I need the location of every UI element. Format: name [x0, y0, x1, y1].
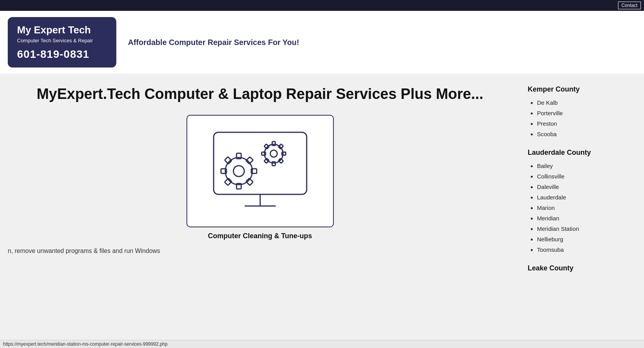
- leake-county-title: Leake County: [528, 264, 636, 272]
- svg-rect-12: [224, 157, 231, 164]
- svg-rect-19: [278, 144, 283, 149]
- svg-rect-16: [272, 162, 275, 166]
- svg-point-4: [233, 166, 244, 177]
- lauderdale-county-title: Lauderdale County: [528, 149, 636, 157]
- logo-subtitle: Computer Tech Services & Repair: [17, 38, 107, 43]
- list-item: Bailey: [537, 161, 636, 171]
- illustration-container: Computer Cleaning & Tune-ups: [8, 115, 512, 240]
- logo-phone: 601-819-0831: [17, 48, 107, 61]
- status-bar: https://myexpert.tech/meridian-station-m…: [0, 340, 644, 348]
- kemper-county-title: Kemper County: [528, 85, 636, 93]
- illustration-box: [186, 115, 334, 227]
- list-item: Meridian: [537, 213, 636, 223]
- list-item: Marion: [537, 203, 636, 213]
- top-bar: Contact: [0, 0, 644, 11]
- svg-rect-18: [262, 152, 266, 155]
- lauderdale-county-section: Lauderdale County Bailey Collinsville Da…: [528, 149, 636, 255]
- list-item: Nellieburg: [537, 234, 636, 244]
- list-item: Scooba: [537, 129, 636, 139]
- description-text: n, remove unwanted programs & files and …: [8, 246, 512, 256]
- svg-rect-22: [264, 144, 269, 149]
- svg-rect-9: [246, 157, 253, 164]
- status-url: https://myexpert.tech/meridian-station-m…: [3, 341, 167, 347]
- logo-title: My Expert Tech: [17, 24, 107, 36]
- leake-county-section: Leake County: [528, 264, 636, 272]
- svg-point-3: [225, 158, 252, 185]
- page-title: MyExpert.Tech Computer & Laptop Repair S…: [8, 85, 512, 103]
- main-content: MyExpert.Tech Computer & Laptop Repair S…: [0, 74, 644, 293]
- svg-rect-20: [264, 158, 269, 163]
- list-item: Lauderdale: [537, 192, 636, 203]
- illustration-caption: Computer Cleaning & Tune-ups: [208, 232, 312, 240]
- header: My Expert Tech Computer Tech Services & …: [0, 11, 644, 74]
- lauderdale-county-list: Bailey Collinsville Daleville Lauderdale…: [528, 161, 636, 255]
- list-item: Preston: [537, 118, 636, 129]
- computer-gears-icon: [206, 128, 314, 214]
- svg-rect-10: [224, 178, 231, 185]
- sidebar-right: Kemper County De Kalb Porterville Presto…: [528, 85, 636, 282]
- svg-rect-11: [246, 178, 253, 185]
- content-left: MyExpert.Tech Computer & Laptop Repair S…: [8, 85, 512, 282]
- kemper-county-section: Kemper County De Kalb Porterville Presto…: [528, 85, 636, 139]
- header-tagline: Affordable Computer Repair Services For …: [128, 38, 299, 47]
- list-item: Meridian Station: [537, 223, 636, 234]
- svg-point-14: [270, 150, 277, 157]
- svg-rect-15: [272, 142, 275, 145]
- logo-box: My Expert Tech Computer Tech Services & …: [8, 17, 116, 68]
- kemper-county-list: De Kalb Porterville Preston Scooba: [528, 97, 636, 139]
- list-item: Collinsville: [537, 171, 636, 182]
- list-item: De Kalb: [537, 97, 636, 108]
- svg-rect-17: [282, 152, 286, 155]
- list-item: Daleville: [537, 182, 636, 192]
- list-item: Toomsuba: [537, 244, 636, 255]
- description-partial: n, remove unwanted programs & files and …: [8, 248, 160, 254]
- contact-button[interactable]: Contact: [618, 2, 641, 9]
- svg-rect-21: [278, 158, 283, 163]
- list-item: Porterville: [537, 108, 636, 118]
- svg-point-13: [264, 144, 283, 163]
